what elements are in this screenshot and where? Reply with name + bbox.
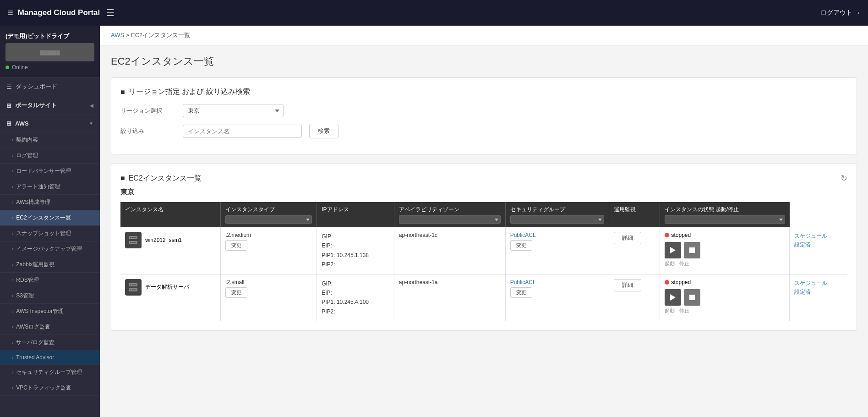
page-main: EC2インスタンス一覧 リージョン指定 および 絞り込み検索 リージョン選択 東… [100,45,868,349]
sidebar-label-vpc-traffic: VPCトラフィック監査 [16,384,71,392]
instance-name: win2012_ssm1 [145,237,182,243]
ip-cell: GIP: EIP: PIP1: 10.245.4.100 PIP2: [317,274,394,321]
sg-cell: PublicACL 変更 [505,227,609,274]
arrow-icon: › [12,184,13,189]
col-header-type: インスタンスタイプ [221,202,317,227]
pip1-label: PIP1: 10.245.1.138 [322,251,389,260]
status-badge: stopped [665,279,785,285]
type-change-button[interactable]: 変更 [225,287,247,298]
instance-name: データ解析サーバ [145,283,189,291]
sidebar-label-rds: RDS管理 [16,276,38,284]
arrow-icon: › [12,340,13,345]
region-form-row: リージョン選択 東京 大阪 バージニア シンガポール [120,104,847,117]
col-header-monitoring: 運用監視 [609,202,660,227]
ec2-section-header: EC2インスタンス一覧 ↻ [120,173,847,183]
type-filter[interactable] [225,215,312,224]
logout-button[interactable]: ログアウト → [820,9,861,17]
sidebar-item-image-backup[interactable]: › イメージバックアップ管理 [0,241,100,257]
app-logo: ≡ Managed Cloud Portal [7,7,100,19]
status-badge: stopped [665,232,785,238]
hamburger-icon[interactable]: ☰ [106,7,115,18]
detail-button[interactable]: 詳細 [614,279,641,291]
sidebar-item-ec2[interactable]: › EC2インスタンス一覧 [0,210,100,226]
sidebar-label-aws: AWS [15,120,29,127]
sidebar-item-aws-config[interactable]: › AWS構成管理 [0,195,100,210]
ip-cell: GIP: EIP: PIP1: 10.245.1.138 PIP2: [317,227,394,274]
status-filter[interactable] [665,215,785,224]
arrow-icon: › [12,262,13,267]
sidebar-item-portal[interactable]: ⊞ ポータルサイト ◀ [0,96,100,115]
sg-change-button[interactable]: 変更 [510,287,532,298]
type-change-button[interactable]: 変更 [225,240,247,251]
header-left: ≡ Managed Cloud Portal ☰ [7,7,115,19]
table-row: win2012_ssm1 t2.medium 変更 GIP: EIP: [120,227,847,274]
breadcrumb-parent[interactable]: AWS [111,32,124,38]
svg-rect-13 [132,289,136,290]
col-header-name: インスタンス名 [120,202,221,227]
dashboard-icon: ☰ [6,83,12,90]
sidebar-item-zabbix[interactable]: › Zabbix運用監視 [0,257,100,273]
detail-button[interactable]: 詳細 [614,232,641,244]
logo-icon: ≡ [7,7,13,19]
sidebar-item-rds[interactable]: › RDS管理 [0,273,100,288]
sidebar-label-trusted-advisor: Trusted Advisor [16,354,54,361]
sidebar-label-security-group: セキュリティグループ管理 [16,368,82,376]
az-filter[interactable] [399,215,501,224]
refresh-icon[interactable]: ↻ [841,173,847,183]
filter-input[interactable] [183,125,302,138]
filter-form-row: 絞り込み 検索 [120,124,847,138]
sidebar-item-aws[interactable]: ⊞ AWS ▼ [0,115,100,132]
schedule-link[interactable]: スケジュール設定済 [794,279,843,296]
sidebar-item-aws-log[interactable]: › AWSログ監査 [0,319,100,335]
instance-table: インスタンス名 インスタンスタイプ IPアドレス アベイラビリティゾーン [120,202,847,321]
start-button[interactable] [665,289,681,306]
arrow-icon: › [12,153,13,158]
aws-icon: ⊞ [6,120,11,127]
monitoring-cell: 詳細 [609,274,660,321]
sidebar-label-portal: ポータルサイト [15,101,57,110]
svg-rect-4 [132,237,136,238]
sidebar-item-alert[interactable]: › アラート通知管理 [0,179,100,195]
gip-label: GIP: [322,279,389,288]
sidebar-item-log[interactable]: › ログ管理 [0,148,100,164]
server-icon [125,232,142,248]
sg-filter[interactable] [510,215,605,224]
stop-label: 停止 [679,307,689,314]
start-button[interactable] [665,242,681,258]
action-buttons [665,289,785,306]
sidebar-label-snapshot: スナップショット管理 [16,230,71,237]
sidebar-item-trusted-advisor[interactable]: › Trusted Advisor [0,351,100,365]
sidebar: (デモ用)ビットドライブ ▓▓▓▓▓▓ Online ☰ ダッシュボード ⊞ ポ… [0,26,100,417]
stop-button[interactable] [684,242,700,258]
sidebar-label-lb: ロードバランサー管理 [16,167,71,175]
svg-point-10 [130,284,131,285]
server-icon [125,279,142,296]
col-header-ip: IPアドレス [317,202,394,227]
start-label: 起動 [665,260,675,267]
action-buttons [665,242,785,258]
col-header-sg: セキュリティグループ [505,202,609,227]
svg-rect-5 [132,242,136,243]
arrow-icon: › [12,215,13,220]
sidebar-item-security-group[interactable]: › セキュリティグループ管理 [0,365,100,380]
arrow-icon: › [12,355,13,360]
sidebar-label-alert: アラート通知管理 [16,183,60,191]
search-button[interactable]: 検索 [309,124,338,138]
status-indicator [5,66,9,69]
sidebar-item-vpc-traffic[interactable]: › VPCトラフィック監査 [0,380,100,396]
sidebar-item-contract[interactable]: › 契約内容 [0,132,100,148]
region-select[interactable]: 東京 大阪 バージニア シンガポール [183,104,284,117]
sg-change-button[interactable]: 変更 [510,240,532,251]
sg-link[interactable]: PublicACL [510,279,605,285]
sidebar-item-inspector[interactable]: › AWS Inspector管理 [0,304,100,319]
stop-button[interactable] [684,289,700,306]
svg-rect-7 [689,247,695,253]
sg-link[interactable]: PublicACL [510,232,605,238]
sidebar-item-loadbalancer[interactable]: › ロードバランサー管理 [0,164,100,179]
sidebar-item-s3[interactable]: › S3管理 [0,288,100,304]
status-cell: stopped [660,274,790,321]
sidebar-item-dashboard[interactable]: ☰ ダッシュボード [0,77,100,96]
sidebar-item-server-log[interactable]: › サーバログ監査 [0,335,100,351]
sidebar-item-snapshot[interactable]: › スナップショット管理 [0,226,100,241]
schedule-link[interactable]: スケジュール設定済 [794,232,843,249]
